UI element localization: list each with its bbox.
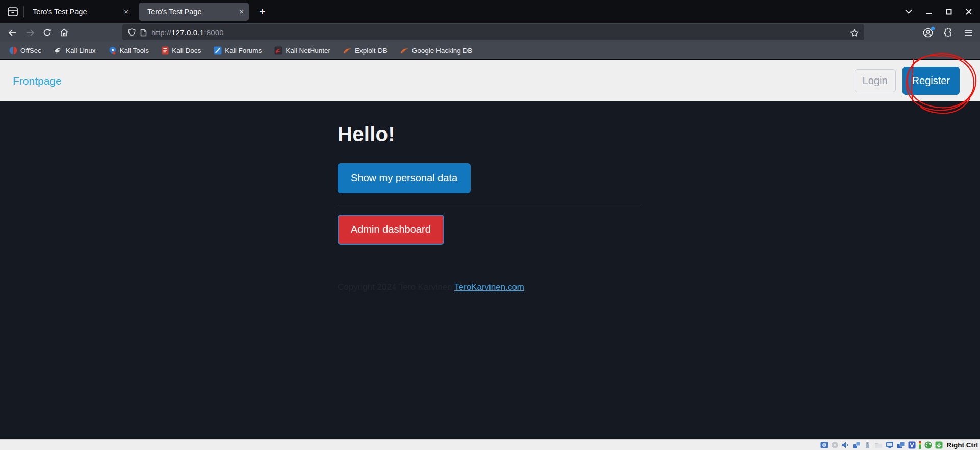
display-icon[interactable] — [886, 441, 894, 449]
exploit-db-icon — [343, 47, 352, 55]
bookmarks-bar: OffSec Kali Linux Kali Tools Kali Docs K… — [0, 42, 980, 59]
kali-docs-icon — [162, 46, 169, 55]
url-port: :8000 — [204, 28, 224, 37]
new-tab-button[interactable]: + — [259, 5, 266, 18]
bookmark-label: Kali Linux — [66, 47, 96, 55]
cpu-meter-icon[interactable] — [919, 441, 921, 449]
tab-teros-test-page-1[interactable]: Tero's Test Page × — [24, 0, 134, 23]
forward-icon[interactable] — [25, 29, 35, 37]
bookmark-offsec[interactable]: OffSec — [7, 45, 44, 56]
maximize-icon[interactable] — [946, 9, 952, 15]
url-scheme: http:// — [151, 28, 171, 37]
back-icon[interactable] — [8, 29, 17, 37]
host-key-label: Right Ctrl — [947, 441, 978, 449]
tab-close-icon[interactable]: × — [124, 8, 128, 15]
bookmark-kali-tools[interactable]: Kali Tools — [106, 45, 152, 56]
copyright-line: Copyright 2024 Tero Karvinen TeroKarvine… — [338, 282, 642, 293]
tab-title: Tero's Test Page — [147, 8, 235, 16]
page-icon[interactable] — [140, 29, 147, 37]
menu-icon[interactable] — [964, 29, 973, 36]
kali-tools-icon — [109, 46, 117, 55]
bookmark-label: Kali Tools — [120, 47, 149, 55]
window-controls — [905, 9, 972, 15]
hdd-icon[interactable] — [820, 441, 828, 449]
page-body: Hello! Show my personal data Admin dashb… — [0, 101, 980, 439]
page-title: Hello! — [338, 123, 642, 146]
bookmark-kali-linux[interactable]: Kali Linux — [51, 45, 98, 56]
extensions-icon[interactable] — [944, 28, 953, 37]
kali-nethunter-icon — [274, 46, 282, 55]
network-icon[interactable] — [853, 441, 861, 449]
browser-tab-bar: Tero's Test Page × Tero's Test Page × + — [0, 0, 980, 23]
tab-title: Tero's Test Page — [33, 8, 120, 16]
auto-resize-icon[interactable] — [924, 441, 932, 449]
copyright-text: Copyright 2024 Tero Karvinen — [338, 282, 454, 292]
optical-disc-icon[interactable] — [831, 441, 839, 449]
terokarvinen-link[interactable]: TeroKarvinen.com — [454, 282, 524, 292]
url-host: 127.0.0.1 — [171, 28, 204, 37]
bookmark-kali-docs[interactable]: Kali Docs — [159, 45, 203, 56]
recording-icon[interactable] — [897, 441, 905, 449]
google-hacking-db-icon — [400, 47, 409, 55]
bookmark-kali-nethunter[interactable]: Kali NetHunter — [272, 45, 333, 56]
nav-buttons — [8, 23, 69, 42]
kali-linux-icon — [54, 46, 63, 55]
page-content: Hello! Show my personal data Admin dashb… — [338, 101, 642, 293]
audio-icon[interactable] — [842, 441, 849, 449]
tab-close-icon[interactable]: × — [239, 8, 244, 15]
offsec-icon — [9, 46, 17, 55]
host-pointer-icon[interactable] — [935, 441, 943, 449]
login-button[interactable]: Login — [855, 69, 896, 92]
frontpage-link[interactable]: Frontpage — [13, 75, 62, 87]
bookmark-google-hacking-db[interactable]: Google Hacking DB — [398, 45, 475, 56]
toolbar-right-icons — [923, 23, 973, 42]
tab-teros-test-page-2-active[interactable]: Tero's Test Page × — [139, 3, 249, 21]
bookmark-exploit-db[interactable]: Exploit-DB — [341, 45, 390, 56]
kali-forums-icon — [214, 46, 222, 55]
bookmark-label: Kali NetHunter — [286, 47, 330, 55]
virtualbox-status-bar: Right Ctrl — [0, 439, 980, 450]
divider — [338, 204, 642, 204]
bookmark-star-icon[interactable] — [850, 29, 859, 37]
shield-icon[interactable] — [128, 28, 136, 37]
account-icon[interactable] — [923, 28, 933, 38]
reload-icon[interactable] — [43, 28, 51, 37]
shared-folder-icon[interactable] — [874, 441, 883, 449]
usb-icon[interactable] — [864, 441, 871, 449]
close-icon[interactable] — [966, 9, 972, 15]
bookmark-label: OffSec — [20, 47, 41, 55]
virtualbox-features-icon[interactable] — [908, 441, 916, 449]
bookmark-label: Exploit-DB — [355, 47, 388, 55]
bookmark-label: Kali Docs — [172, 47, 201, 55]
tab-list-chevron-icon[interactable] — [905, 9, 912, 14]
firefox-view-icon[interactable] — [7, 6, 19, 18]
account-notification-dot — [931, 27, 935, 30]
bookmark-label: Google Hacking DB — [412, 47, 473, 55]
bookmark-label: Kali Forums — [225, 47, 262, 55]
browser-toolbar: http://127.0.0.1:8000 — [0, 23, 980, 42]
show-personal-data-button[interactable]: Show my personal data — [338, 163, 471, 193]
register-button[interactable]: Register — [902, 67, 960, 95]
site-navbar: Frontpage Login Register — [0, 60, 980, 101]
admin-dashboard-button[interactable]: Admin dashboard — [338, 215, 444, 245]
url-text[interactable]: http://127.0.0.1:8000 — [151, 28, 224, 37]
bookmark-kali-forums[interactable]: Kali Forums — [211, 45, 264, 56]
minimize-icon[interactable] — [926, 9, 932, 15]
url-bar[interactable]: http://127.0.0.1:8000 — [122, 24, 864, 40]
home-icon[interactable] — [60, 28, 69, 37]
